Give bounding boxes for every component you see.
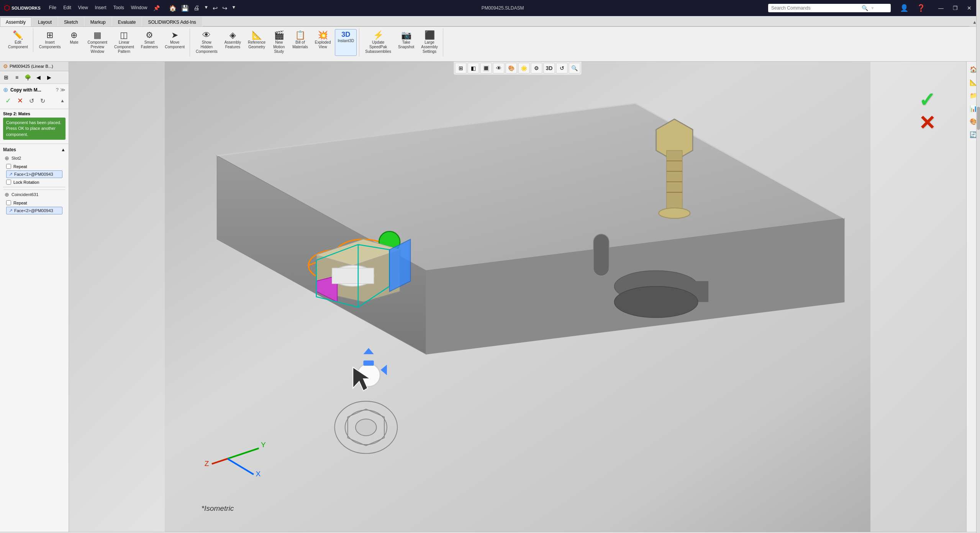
toolbar-items-view: 👁 ShowHiddenComponents ◈ AssemblyFeature… <box>193 29 357 56</box>
qa-btn-5[interactable]: ↪ <box>221 4 229 13</box>
mate-coincident631[interactable]: ⊕ Coincident631 <box>3 190 66 199</box>
qa-btn-1[interactable]: 🏠 <box>167 4 178 13</box>
mate-coincident631-label: Coincident631 <box>11 192 38 197</box>
menu-bar: File Edit View Insert Tools Window 📌 <box>46 3 162 13</box>
vp-view-settings-btn[interactable]: ⚙ <box>531 63 542 74</box>
take-snapshot-btn[interactable]: 📷 TakeSnapshot <box>395 29 417 56</box>
tab-layout[interactable]: Layout <box>32 17 57 26</box>
wizard-help-btn[interactable]: ? <box>56 87 59 93</box>
iso-label-text: *Isometric <box>202 504 234 512</box>
tab-addins[interactable]: SOLIDWORKS Add-Ins <box>142 17 202 26</box>
undo-btn[interactable]: ↺ <box>27 96 36 105</box>
assembly-features-btn[interactable]: ◈ AssemblyFeatures <box>222 29 244 56</box>
breadcrumb: PM009425 (Linear B...) <box>10 64 53 69</box>
qa-dropdown2[interactable]: ▼ <box>230 4 237 13</box>
panel-view-btn[interactable]: ⊞ <box>2 73 11 82</box>
vp-appearance-btn[interactable]: 🎨 <box>506 63 517 74</box>
search-icon[interactable]: 🔍 <box>862 5 868 11</box>
cancel-btn[interactable]: ✕ <box>15 96 25 106</box>
insert-components-btn[interactable]: ⊞ InsertComponents <box>36 29 64 56</box>
lock-rotation-checkbox[interactable] <box>6 180 11 185</box>
vp-section-view-btn[interactable]: ◧ <box>468 63 479 74</box>
bill-of-materials-icon: 📋 <box>295 31 305 39</box>
viewport-cancel-btn[interactable]: ✕ <box>919 111 936 134</box>
menu-view[interactable]: View <box>75 3 91 13</box>
svg-point-36 <box>356 419 377 436</box>
panel-nav-right[interactable]: ▶ <box>44 73 54 82</box>
menu-file[interactable]: File <box>46 3 59 13</box>
slot2-face-value: Face<1>@PM00943 <box>14 172 53 177</box>
toolbar-items-insert: ⊞ InsertComponents ⊕ Mate ▦ ComponentPre… <box>36 29 187 56</box>
vp-scenes-btn[interactable]: 🌟 <box>518 63 530 74</box>
panel-tree-btn[interactable]: 🌳 <box>23 73 32 82</box>
wizard-expand-btn[interactable]: ≫ <box>60 87 66 93</box>
menu-pin[interactable]: 📌 <box>151 3 162 13</box>
show-hidden-btn[interactable]: 👁 ShowHiddenComponents <box>193 29 220 56</box>
viewport[interactable]: ⊞ ◧ 🔳 👁 🎨 🌟 ⚙ 3D ↺ 🔍 <box>69 62 966 532</box>
large-assembly-icon: ⬛ <box>424 31 435 39</box>
minimize-btn[interactable]: — <box>934 3 948 13</box>
slot2-repeat-checkbox[interactable] <box>6 164 11 169</box>
search-input[interactable] <box>771 5 859 11</box>
svg-text:Z: Z <box>205 459 209 468</box>
mates-section-header[interactable]: Mates ▲ <box>3 147 66 152</box>
vp-rotate-btn[interactable]: ↺ <box>556 63 568 74</box>
panel-header: ⚙ PM009425 (Linear B...) <box>0 62 69 71</box>
vp-hide-show-btn[interactable]: 👁 <box>493 63 505 74</box>
menu-window[interactable]: Window <box>128 3 151 13</box>
smart-fasteners-btn[interactable]: ⚙ SmartFasteners <box>138 29 161 56</box>
qa-btn-4[interactable]: ↩ <box>211 4 219 13</box>
panel-list-btn[interactable]: ≡ <box>12 73 21 82</box>
qa-btn-3[interactable]: 🖨 <box>192 4 201 13</box>
move-component-btn[interactable]: ➤ MoveComponent <box>162 29 187 56</box>
svg-text:Y: Y <box>261 441 266 449</box>
bill-of-materials-btn[interactable]: 📋 Bill ofMaterials <box>290 29 311 56</box>
vp-view-orientation-btn[interactable]: ⊞ <box>455 63 467 74</box>
accept-btn[interactable]: ✓ <box>3 96 13 106</box>
coincident-repeat-checkbox[interactable] <box>6 200 11 205</box>
window-controls: — ❐ ✕ <box>934 3 976 13</box>
reference-geometry-label: ReferenceGeometry <box>248 40 265 49</box>
viewport-accept-btn[interactable]: ✓ <box>919 88 936 111</box>
restore-btn[interactable]: ❐ <box>948 3 962 13</box>
qa-dropdown[interactable]: ▼ <box>203 4 210 13</box>
new-motion-btn[interactable]: 🎬 NewMotionStudy <box>270 29 288 56</box>
toolbar-group-view: 👁 ShowHiddenComponents ◈ AssemblyFeature… <box>191 28 359 57</box>
search-dropdown-icon[interactable]: ▼ <box>870 6 875 10</box>
vp-zoom-btn[interactable]: 🔍 <box>569 63 580 74</box>
viewport-toolbar: ⊞ ◧ 🔳 👁 🎨 🌟 ⚙ 3D ↺ 🔍 <box>454 62 582 75</box>
redo-btn[interactable]: ↻ <box>38 96 48 105</box>
vp-display-mode-btn[interactable]: 🔳 <box>480 63 492 74</box>
mate-btn[interactable]: ⊕ Mate <box>65 29 83 56</box>
update-speedpak-btn[interactable]: ⚡ UpdateSpeedPakSubassemblies <box>362 29 394 56</box>
close-btn[interactable]: ✕ <box>962 3 976 13</box>
mate-slot2[interactable]: ⊕ Slot2 <box>3 154 66 162</box>
move-component-label: MoveComponent <box>165 40 185 49</box>
tab-sketch[interactable]: Sketch <box>58 17 84 26</box>
coincident-face-tag[interactable]: ↗ Face<2>@PM00943 <box>6 207 62 214</box>
slot2-face-tag[interactable]: ↗ Face<1>@PM00943 <box>6 170 62 178</box>
collapse-section-btn[interactable]: ▲ <box>59 97 66 104</box>
instant3d-btn[interactable]: 3D Instant3D <box>335 29 357 56</box>
menu-edit[interactable]: Edit <box>60 3 74 13</box>
menu-tools[interactable]: Tools <box>110 3 127 13</box>
tab-evaluate[interactable]: Evaluate <box>112 17 142 26</box>
mates-section: Mates ▲ ⊕ Slot2 Repeat ↗ Face<1>@PM00943 <box>0 146 69 532</box>
help-icon[interactable]: ❓ <box>914 3 928 13</box>
edit-component-btn[interactable]: ✏️ EditComponent <box>5 29 31 51</box>
large-assembly-btn[interactable]: ⬛ LargeAssemblySettings <box>418 29 440 56</box>
tab-assembly[interactable]: Assembly <box>0 17 31 26</box>
menu-insert[interactable]: Insert <box>92 3 110 13</box>
component-preview-btn[interactable]: ▦ ComponentPreviewWindow <box>85 29 110 56</box>
qa-btn-2[interactable]: 💾 <box>180 4 190 13</box>
tab-markup[interactable]: Markup <box>85 17 111 26</box>
panel-nav-left[interactable]: ◀ <box>34 73 43 82</box>
reference-geometry-btn[interactable]: 📐 ReferenceGeometry <box>245 29 268 56</box>
coincident-face-arrow-icon: ↗ <box>9 208 13 213</box>
exploded-view-btn[interactable]: 💥 ExplodedView <box>312 29 334 56</box>
take-snapshot-icon: 📷 <box>401 31 411 39</box>
linear-component-btn[interactable]: ◫ LinearComponentPattern <box>111 29 137 56</box>
user-icon[interactable]: 👤 <box>898 3 911 13</box>
vp-3d-btn[interactable]: 3D <box>544 63 555 74</box>
search-box[interactable]: 🔍 ▼ <box>768 4 891 12</box>
